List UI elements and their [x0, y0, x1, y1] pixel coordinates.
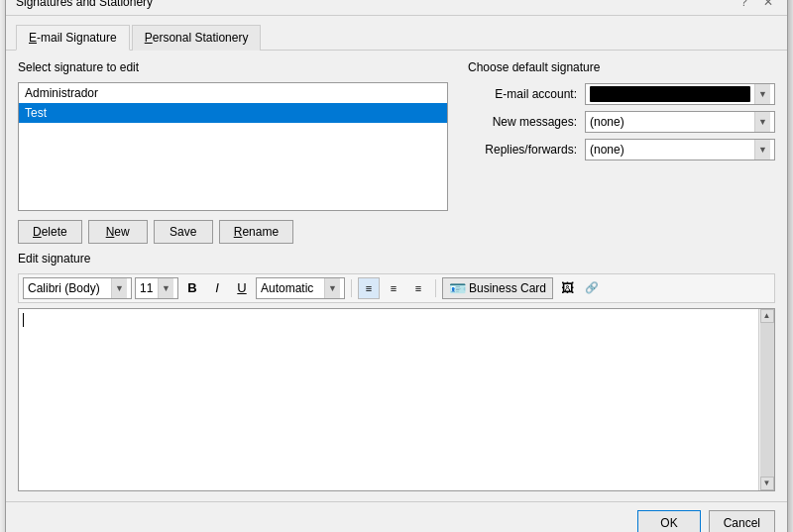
image-icon: 🖼	[561, 280, 574, 295]
tab-personal-stationery[interactable]: Personal Stationery	[132, 25, 262, 51]
email-account-value	[590, 86, 750, 102]
signature-edit-area[interactable]: ▲ ▼	[18, 308, 775, 491]
font-size-dropdown-arrow[interactable]: ▼	[158, 278, 173, 298]
underline-button[interactable]: U	[231, 277, 253, 299]
font-dropdown-arrow[interactable]: ▼	[111, 278, 127, 298]
toolbar-separator-1	[351, 279, 352, 297]
edit-section: Edit signature Calibri (Body) ▼ 11 ▼ B I…	[18, 252, 775, 491]
align-right-button[interactable]: ≡	[407, 277, 429, 299]
scroll-track[interactable]	[760, 323, 774, 477]
formatting-toolbar: Calibri (Body) ▼ 11 ▼ B I U Automatic ▼	[18, 273, 775, 303]
dialog-window: Signatures and Stationery ? ✕ E-mail Sig…	[5, 0, 788, 532]
edit-sig-label: Edit signature	[18, 252, 775, 266]
save-button[interactable]: Save	[154, 220, 213, 244]
italic-button[interactable]: I	[206, 277, 228, 299]
new-button[interactable]: New	[88, 220, 148, 244]
new-messages-dropdown-arrow[interactable]: ▼	[754, 112, 770, 132]
main-content: Select signature to edit Administrador T…	[6, 50, 787, 501]
signature-text-input[interactable]	[19, 309, 758, 490]
select-sig-label: Select signature to edit	[18, 60, 448, 74]
tab-personal-label: Personal Stationery	[145, 31, 249, 45]
new-messages-dropdown[interactable]: (none) ▼	[585, 111, 775, 133]
replies-value: (none)	[590, 143, 624, 157]
sig-item-test[interactable]: Test	[19, 103, 447, 123]
rename-button[interactable]: Rename	[219, 220, 293, 244]
text-cursor	[23, 313, 24, 327]
insert-image-button[interactable]: 🖼	[556, 277, 578, 299]
email-account-row: E-mail account: ▼	[468, 83, 775, 105]
tab-email-signature[interactable]: E-mail Signature	[16, 25, 130, 51]
font-value: Calibri (Body)	[28, 281, 100, 295]
font-size-dropdown[interactable]: 11 ▼	[135, 277, 178, 299]
edit-area-scrollbar: ▲ ▼	[758, 309, 774, 490]
color-dropdown-arrow[interactable]: ▼	[324, 278, 340, 298]
font-dropdown[interactable]: Calibri (Body) ▼	[23, 277, 132, 299]
top-section: Select signature to edit Administrador T…	[18, 60, 775, 244]
tab-bar: E-mail Signature Personal Stationery	[6, 16, 787, 50]
color-value: Automatic	[261, 281, 313, 295]
cancel-button[interactable]: Cancel	[709, 510, 775, 533]
left-panel: Select signature to edit Administrador T…	[18, 60, 448, 244]
title-bar: Signatures and Stationery ? ✕	[6, 0, 787, 16]
dialog-title: Signatures and Stationery	[16, 0, 153, 9]
align-left-button[interactable]: ≡	[358, 277, 380, 299]
new-messages-row: New messages: (none) ▼	[468, 111, 775, 133]
email-account-dropdown-arrow[interactable]: ▼	[754, 84, 770, 104]
ok-button[interactable]: OK	[637, 510, 700, 533]
font-size-value: 11	[140, 281, 153, 295]
business-card-icon: 🪪	[449, 280, 466, 296]
right-panel: Choose default signature E-mail account:…	[468, 60, 775, 244]
business-card-label: Business Card	[469, 281, 546, 295]
choose-default-label: Choose default signature	[468, 60, 775, 74]
help-button[interactable]: ?	[736, 0, 751, 9]
title-bar-controls: ? ✕	[736, 0, 777, 9]
sig-item-administrador[interactable]: Administrador	[19, 83, 447, 103]
new-messages-label: New messages:	[468, 115, 577, 129]
replies-row: Replies/forwards: (none) ▼	[468, 139, 775, 160]
replies-label: Replies/forwards:	[468, 143, 577, 157]
email-account-dropdown[interactable]: ▼	[585, 83, 775, 105]
delete-button[interactable]: DDeleteelete	[18, 220, 82, 244]
business-card-button[interactable]: 🪪 Business Card	[442, 277, 553, 299]
signature-list[interactable]: Administrador Test	[18, 82, 448, 211]
email-account-label: E-mail account:	[468, 87, 577, 101]
tab-email-label: E-mail Signature	[29, 31, 117, 45]
color-dropdown[interactable]: Automatic ▼	[256, 277, 345, 299]
scroll-up-arrow[interactable]: ▲	[760, 309, 774, 323]
link-icon: 🔗	[585, 281, 599, 294]
close-button[interactable]: ✕	[759, 0, 777, 9]
toolbar-separator-2	[435, 279, 436, 297]
bottom-bar: OK Cancel	[6, 501, 787, 533]
sig-action-buttons: DDeleteelete New Save Rename	[18, 220, 448, 244]
new-messages-value: (none)	[590, 115, 624, 129]
insert-link-button[interactable]: 🔗	[581, 277, 603, 299]
replies-dropdown[interactable]: (none) ▼	[585, 139, 775, 160]
scroll-down-arrow[interactable]: ▼	[760, 477, 774, 490]
bold-button[interactable]: B	[181, 277, 203, 299]
replies-dropdown-arrow[interactable]: ▼	[754, 140, 770, 160]
align-center-button[interactable]: ≡	[383, 277, 404, 299]
